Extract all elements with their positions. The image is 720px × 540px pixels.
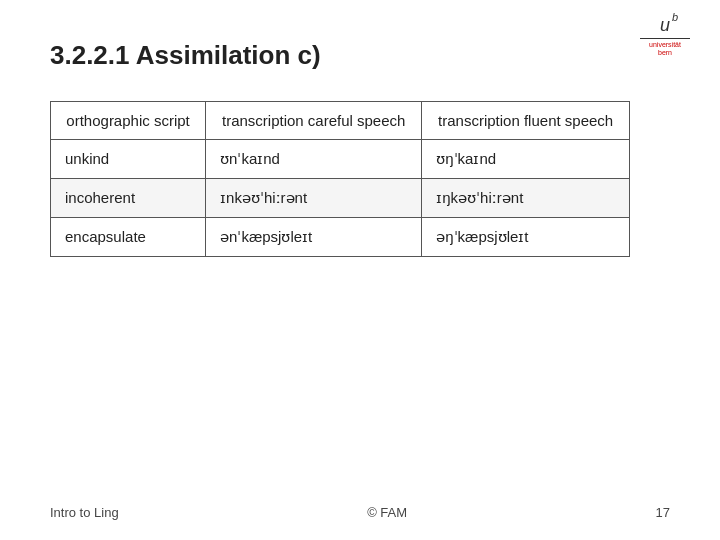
table-header-row: orthographic script transcription carefu… — [51, 102, 630, 140]
header-careful-speech: transcription careful speech — [206, 102, 422, 140]
table-cell: ɪnkəʊˈhiːrənt — [206, 179, 422, 218]
table-row: incoherentɪnkəʊˈhiːrəntɪŋkəʊˈhiːrənt — [51, 179, 630, 218]
table-cell: ʊnˈkaɪnd — [206, 140, 422, 179]
footer-center: © FAM — [367, 505, 407, 520]
header-orthographic: orthographic script — [51, 102, 206, 140]
slide-content: 3.2.2.1 Assimilation c) orthographic scr… — [0, 0, 720, 287]
table-cell: ɪŋkəʊˈhiːrənt — [422, 179, 630, 218]
table-cell: ənˈkæpsjʊleɪt — [206, 218, 422, 257]
logo-university-name: universitätbern — [649, 41, 681, 58]
slide-footer: Intro to Ling © FAM 17 — [50, 505, 670, 520]
table-cell: unkind — [51, 140, 206, 179]
table-row: encapsulateənˈkæpsjʊleɪtəŋˈkæpsjʊleɪt — [51, 218, 630, 257]
table-cell: incoherent — [51, 179, 206, 218]
table-cell: əŋˈkæpsjʊleɪt — [422, 218, 630, 257]
footer-left: Intro to Ling — [50, 505, 119, 520]
university-logo: ub universitätbern — [640, 15, 690, 58]
table-cell: ʊŋˈkaɪnd — [422, 140, 630, 179]
logo-math-symbol: ub — [660, 15, 670, 36]
logo-divider — [640, 38, 690, 39]
table-cell: encapsulate — [51, 218, 206, 257]
slide-title: 3.2.2.1 Assimilation c) — [50, 40, 670, 71]
table-row: unkindʊnˈkaɪndʊŋˈkaɪnd — [51, 140, 630, 179]
assimilation-table: orthographic script transcription carefu… — [50, 101, 630, 257]
table-container: orthographic script transcription carefu… — [50, 101, 630, 257]
header-fluent-speech: transcription fluent speech — [422, 102, 630, 140]
footer-right: 17 — [656, 505, 670, 520]
